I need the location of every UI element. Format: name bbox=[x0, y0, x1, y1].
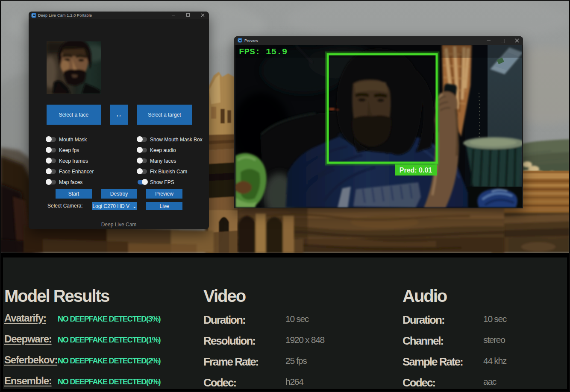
svg-text:Pred: 0.01: Pred: 0.01 bbox=[400, 167, 432, 174]
svg-text:FPS: 15.9: FPS: 15.9 bbox=[239, 47, 287, 57]
